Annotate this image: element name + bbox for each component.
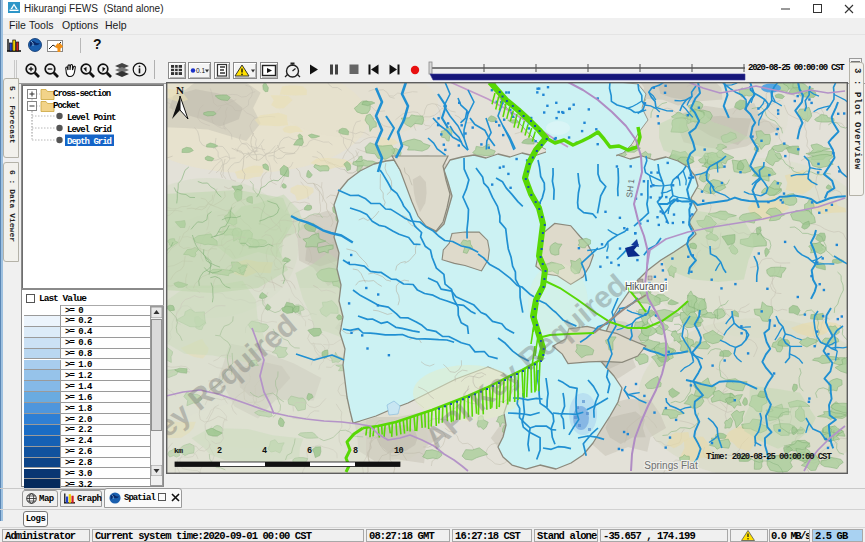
svg-text:Time: 2020-08-25 00:00:00 CST: Time: 2020-08-25 00:00:00 CST (706, 452, 832, 462)
svg-text:4: 4 (262, 446, 267, 456)
svg-text:8: 8 (353, 446, 358, 456)
svg-text:km: km (174, 446, 183, 455)
svg-text:Hikurangi: Hikurangi (625, 281, 667, 292)
svg-text:6: 6 (307, 446, 312, 456)
svg-text:10: 10 (394, 446, 404, 456)
svg-text:N: N (176, 84, 184, 96)
svg-text:0.1: 0.1 (196, 67, 205, 74)
svg-text:Springs Flat: Springs Flat (644, 460, 698, 471)
svg-text:2: 2 (217, 446, 222, 456)
